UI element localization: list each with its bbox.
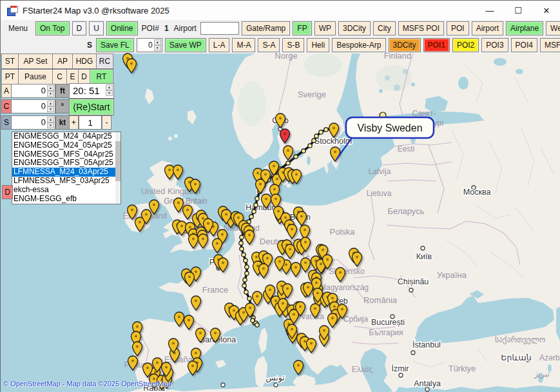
flight-list-item[interactable]: ENGMESGG_M24_04Apr25 [12, 132, 121, 141]
country-label: Беларусь [388, 206, 425, 216]
flight-list[interactable]: ENGMESGG_M24_04Apr25ENGMESGG_M24_05Apr25… [12, 132, 121, 204]
route-waypoint[interactable] [245, 265, 249, 269]
city-label: Stockholm [314, 137, 352, 146]
speed-label: S [1, 115, 12, 130]
route-waypoint[interactable] [240, 247, 244, 251]
route-waypoint[interactable] [242, 284, 246, 288]
flight-list-item[interactable]: ekch-essa [12, 186, 121, 195]
country-label: Србија [343, 315, 369, 324]
restart-button[interactable]: (Re)Start [69, 99, 114, 115]
country-label: Latvija [369, 167, 391, 176]
time-value: 20: 51 [73, 85, 100, 96]
time-spinner[interactable]: 20: 51 ▲▼ [69, 83, 114, 99]
st-button[interactable]: ST [1, 54, 19, 69]
step-minus-button[interactable]: - [102, 115, 111, 130]
ap-set-button[interactable]: AP Set [18, 54, 53, 69]
osm-attribution[interactable]: © OpenStreetMap - Map data ©2025 OpenStr… [3, 380, 171, 387]
country-label: Polska [329, 227, 355, 237]
route-waypoint[interactable] [312, 139, 316, 142]
course-spin-arrows[interactable]: ▲▼ [47, 101, 54, 111]
route-waypoint[interactable] [242, 253, 246, 257]
d-mode-button[interactable]: D [78, 69, 90, 84]
route-waypoint[interactable] [255, 197, 259, 201]
country-label: Finland [384, 51, 412, 61]
route-waypoint[interactable] [255, 323, 259, 327]
ft-unit: ft [55, 84, 70, 98]
route-waypoint[interactable] [244, 259, 247, 262]
city-label: İzmir [391, 364, 409, 373]
d-button[interactable]: D [2, 185, 13, 199]
flight-list-item[interactable]: ENGM-ESGG_efb [12, 195, 121, 204]
city-label: București [371, 318, 405, 327]
course-spinner[interactable]: 0 ▲▼ [11, 99, 55, 113]
flight-list-item[interactable]: LFMNESSA_MFS_03Apr25 [12, 177, 121, 186]
city-marker [399, 373, 403, 377]
route-waypoint[interactable] [294, 155, 298, 159]
flight-list-scrollbar[interactable] [115, 132, 121, 204]
altitude-value: 0 [41, 86, 46, 95]
altitude-label: A [1, 84, 12, 98]
degree-unit: ° [55, 99, 70, 113]
route-waypoint[interactable] [254, 203, 258, 207]
city-label: Երևան [501, 353, 531, 362]
city-label: Chișinău [398, 277, 429, 286]
speed-spin-arrows[interactable]: ▲▼ [47, 117, 54, 127]
control-panel: ST AP Set AP HDG RC PT Pause C E D RT A … [1, 54, 123, 208]
scrollbar-thumb[interactable] [115, 141, 121, 181]
route-waypoint[interactable] [245, 271, 249, 275]
c-button[interactable]: C [52, 69, 67, 84]
route-waypoint[interactable] [324, 128, 328, 132]
country-label: France [202, 285, 228, 295]
flight-list-item[interactable]: ENGMESGG_M24_05Apr25 [12, 141, 121, 150]
city-label: İstanbul [412, 340, 441, 349]
rt-button[interactable]: RT [90, 69, 113, 84]
route-waypoint[interactable] [240, 235, 244, 239]
flight-list-item[interactable]: ENGMESGG_MFS_04Apr25 [12, 150, 121, 159]
flight-list-item[interactable]: ENGMESGG_MFS_05Apr25 [12, 159, 121, 168]
country-label: Great Britain [164, 197, 208, 206]
route-waypoint[interactable] [286, 161, 290, 165]
pt-button[interactable]: PT [1, 69, 19, 84]
city-marker [411, 351, 415, 355]
route-waypoint[interactable] [239, 241, 243, 245]
route-waypoint[interactable] [252, 210, 256, 213]
route-waypoint[interactable] [319, 130, 323, 134]
speed-value: 0 [41, 117, 46, 127]
route-waypoint[interactable] [243, 278, 247, 282]
kt-unit: kt [55, 115, 70, 130]
country-label: Slovensko [329, 267, 365, 276]
hdg-button[interactable]: HDG [72, 54, 97, 69]
route-waypoint[interactable] [314, 134, 318, 138]
country-label: Norge [275, 51, 297, 61]
country-label: Lietuva [367, 189, 392, 198]
city-label: Київ [416, 252, 432, 261]
route-waypoint[interactable] [308, 144, 312, 148]
step-plus-button[interactable]: + [69, 115, 79, 130]
app-window: NorgeSverigeFinlandEestiLatvijaLietuvaБе… [0, 0, 560, 392]
step-value: 1 [79, 115, 102, 130]
pause-button[interactable]: Pause [18, 69, 53, 84]
country-label: Україна [437, 270, 467, 280]
city-marker [221, 383, 225, 387]
flight-list-item[interactable]: LFMNESSA_M24_03Apr25 [12, 168, 121, 177]
country-label: Azərbay [539, 353, 560, 362]
city-label: Москва [463, 188, 491, 197]
route-waypoint[interactable] [249, 215, 253, 219]
course-value: 0 [41, 101, 46, 111]
route-waypoint[interactable] [244, 290, 248, 294]
e-button[interactable]: E [66, 69, 79, 84]
altitude-spin-arrows[interactable]: ▲▼ [47, 85, 54, 95]
rc-button[interactable]: RC [96, 54, 113, 69]
country-label: საქართველო [495, 335, 545, 344]
route-waypoint[interactable] [247, 297, 251, 300]
time-spin-arrows[interactable]: ▲▼ [106, 84, 113, 95]
country-label: Magyarország [320, 283, 369, 292]
country-label: Eesti [398, 144, 415, 153]
altitude-spinner[interactable]: 0 ▲▼ [11, 84, 55, 98]
route-waypoint[interactable] [302, 149, 305, 153]
city-marker [421, 246, 425, 250]
city-marker [409, 288, 413, 292]
ap-button[interactable]: AP [52, 54, 73, 69]
speed-spinner[interactable]: 0 ▲▼ [11, 115, 55, 130]
country-label: Sverige [298, 90, 326, 99]
